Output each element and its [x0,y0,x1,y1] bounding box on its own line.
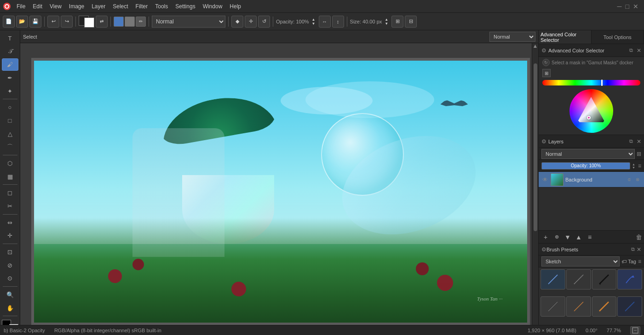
brush-item-2[interactable] [566,269,591,290]
color-layout-icon[interactable]: ⊞ [542,69,551,77]
menu-view[interactable]: View [46,2,65,11]
canvas-blend-select[interactable]: Normal [489,32,535,42]
add-layer-button[interactable]: + [540,232,551,242]
layer-item-background[interactable]: 👁 Background α ⊗ [539,172,644,187]
delete-layer-button[interactable]: 🗑 [636,233,642,241]
opacity-bar[interactable]: Opacity: 100% [541,162,630,170]
layers-configure-icon[interactable]: ⚙ [541,138,546,145]
color-wheel-wrap[interactable] [569,89,613,133]
size-spinner[interactable]: ▲ ▼ [383,17,390,27]
layers-menu-icon[interactable]: ≡ [638,163,641,169]
color-selector-close-icon[interactable]: ✕ [637,47,641,54]
blend-mode-select[interactable]: Normal [152,16,225,28]
tool-select-freehand[interactable]: ⊘ [2,259,18,272]
color-triangle-area[interactable] [575,95,608,127]
new-button[interactable]: 📄 [3,16,15,28]
tool-transform[interactable]: ⇔ [2,216,18,229]
brush-list-view-icon[interactable]: ≡ [638,258,641,265]
window-minimize[interactable]: ─ [617,3,622,10]
layer-inherit-alpha-icon[interactable]: ⊗ [634,176,641,183]
layers-blend-select[interactable]: Normal [541,149,635,159]
tool-select-rect[interactable]: ⊡ [2,246,18,258]
tool-calligraphy[interactable]: 𝒯 [2,45,18,58]
menu-select[interactable]: Select [109,2,132,11]
redo-button[interactable]: ↪ [61,16,73,28]
opacity-stepper[interactable]: ▲ ▼ [632,163,635,169]
layer-move-down-button[interactable]: ▼ [563,232,573,242]
layers-close-icon[interactable]: ✕ [637,138,641,145]
gamut-mask-icon[interactable]: ↻ [542,59,550,66]
window-close[interactable]: ✕ [633,3,638,10]
tool-polygon[interactable]: △ [2,128,18,140]
brush-presets-close-icon[interactable]: ✕ [637,246,641,253]
scroll-up-button[interactable]: ▲ [533,43,538,49]
layer-visibility-icon[interactable]: 👁 [541,176,549,183]
tool-fill[interactable]: ⬡ [2,157,18,170]
canvas-wrap-button[interactable]: ⊟ [405,16,417,28]
tool-eraser[interactable]: ◻ [2,187,18,199]
tool-ellipse[interactable]: ○ [2,101,18,114]
v-scrollbar[interactable]: ▲ ▼ [532,43,538,335]
brush-preset-icon[interactable] [114,17,124,27]
fill-reset-button[interactable]: ↺ [258,16,270,28]
menu-filter[interactable]: Filter [132,2,152,11]
menu-tools[interactable]: Tools [151,2,172,11]
hue-slider[interactable] [542,80,640,85]
brush-item-8[interactable] [617,296,642,317]
menu-layer[interactable]: Layer [88,2,109,11]
tool-dynamic-brush[interactable]: ✒ [2,72,18,84]
brush-item-7[interactable] [592,296,617,317]
save-button[interactable]: 💾 [29,16,41,28]
tool-bezier[interactable]: ⌒ [2,141,18,153]
zoom-mode-button[interactable] [630,326,640,335]
layer-move-up-button[interactable]: ▲ [574,232,584,242]
layers-float-icon[interactable]: ⧉ [629,138,633,144]
foreground-color-box[interactable] [79,16,94,28]
brush-item-1[interactable] [540,269,565,290]
brush-tag-button[interactable]: 🏷 Tag [621,259,636,264]
brush-option-1[interactable] [125,17,135,27]
tool-text[interactable]: T [2,32,18,45]
brush-item-5[interactable] [540,296,565,317]
mirror-v-button[interactable]: ↕ [332,16,344,28]
canvas-options-button[interactable]: ⊞ [391,16,403,28]
tool-multibrush[interactable]: ✦ [2,85,18,97]
color-selector-configure-icon[interactable]: ⚙ [541,47,546,54]
layer-type-button[interactable]: ⊕ [552,232,562,242]
tool-gradient[interactable]: ▦ [2,170,18,183]
layer-properties-button[interactable]: ≡ [585,232,595,242]
layers-filter-icon[interactable]: ⊞ [637,151,641,157]
tool-pan[interactable]: ✋ [2,302,18,314]
menu-help[interactable]: Help [226,2,245,11]
fill-pattern-button[interactable]: ✛ [245,16,257,28]
tool-zoom[interactable]: 🔍 [2,289,18,301]
v-scroll-thumb[interactable] [534,63,537,231]
canvas-scroll-area[interactable]: Tyson Tan ··· ◀ ▶ [20,43,532,335]
canvas-viewport[interactable]: Tyson Tan ··· [29,66,532,317]
color-selector-float-icon[interactable]: ⧉ [629,47,633,53]
brush-item-3[interactable] [592,269,617,290]
tab-color-selector[interactable]: Advanced Color Selector [539,30,592,44]
open-button[interactable]: 📂 [16,16,28,28]
undo-button[interactable]: ↩ [47,16,59,28]
menu-image[interactable]: Image [65,2,88,11]
menu-edit[interactable]: Edit [29,2,46,11]
window-maximize[interactable]: □ [626,3,629,10]
menu-file[interactable]: File [13,2,29,11]
swap-colors-button[interactable]: ⇄ [96,16,108,28]
tool-select-contiguous[interactable]: ⊙ [2,272,18,284]
tool-freehand-brush[interactable]: 🖌 [2,58,18,71]
layer-alpha-lock-icon[interactable]: α [626,176,633,183]
brush-category-select[interactable]: Sketch [541,256,620,267]
brush-item-6[interactable] [566,296,591,317]
brush-presets-configure-icon[interactable]: ⚙ [541,246,546,253]
tab-tool-options[interactable]: Tool Options [592,30,644,44]
artwork-canvas[interactable]: Tyson Tan ··· [34,61,527,323]
mirror-h-button[interactable]: ↔ [319,16,331,28]
menu-settings[interactable]: Settings [172,2,199,11]
tool-rectangle[interactable]: □ [2,114,18,127]
fill-solid-button[interactable]: ◆ [231,16,243,28]
brush-presets-float-icon[interactable]: ⧉ [631,246,635,252]
tool-smart-patch[interactable]: ✂ [2,200,18,212]
tool-move[interactable]: ✛ [2,229,18,242]
